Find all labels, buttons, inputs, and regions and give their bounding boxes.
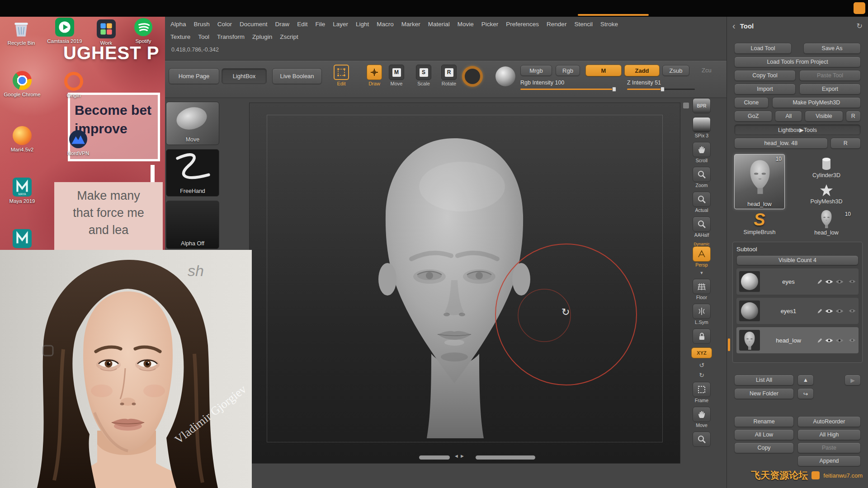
menu-item[interactable]: Document — [240, 21, 268, 28]
rotate-mode-button[interactable]: R Rotate — [439, 65, 459, 86]
paste-tool-button[interactable]: Paste Tool — [799, 70, 861, 81]
shelf-scroll-button[interactable]: Scroll — [693, 142, 711, 163]
menu-item[interactable]: Picker — [481, 21, 499, 28]
tool-thumb-simplebrush[interactable]: S SimpleBrush — [734, 210, 785, 237]
shelf-aahalf-button[interactable]: AAHalf — [693, 216, 711, 238]
desktop-icon-work[interactable]: Work — [90, 19, 122, 46]
panel-back-icon[interactable]: ‹ — [732, 21, 736, 30]
subtool-row-eyes[interactable]: eyes — [736, 268, 859, 295]
draw-mode-button[interactable]: Draw — [364, 65, 384, 86]
menu-item[interactable]: Render — [547, 21, 566, 28]
menu-item[interactable]: Stencil — [574, 21, 593, 28]
viewport-canvas[interactable]: ↻ ◄► — [249, 103, 680, 464]
canvas-scroll-arrows[interactable]: ◄► — [454, 453, 466, 459]
scale-mode-button[interactable]: S Scale — [414, 65, 434, 86]
tool-thumb-cylinder3d[interactable]: Cylinder3D — [791, 155, 862, 180]
material-sphere-swatch[interactable] — [495, 66, 515, 86]
append-button[interactable]: Append — [797, 455, 861, 466]
subtool-row-head-low[interactable]: head_low — [736, 327, 859, 353]
goz-r-button[interactable]: R — [846, 111, 861, 122]
visible-button[interactable]: Visible — [805, 111, 843, 122]
menu-item[interactable]: Macro — [377, 21, 394, 28]
active-tool-slider[interactable]: head_low. 48 — [734, 138, 828, 149]
rgb-intensity-slider[interactable]: Rgb Intensity 100 — [520, 80, 616, 90]
eye-toggle-icon[interactable] — [849, 309, 856, 313]
canvas-scrollbar-left[interactable] — [419, 455, 450, 460]
top-bar-app-icon[interactable] — [854, 2, 865, 14]
current-brush-tile[interactable]: Move — [166, 102, 219, 145]
all-high-button[interactable]: All High — [797, 429, 861, 440]
menu-item[interactable]: Movie — [458, 21, 474, 28]
shelf-move-button[interactable]: Move — [693, 407, 711, 428]
desktop-icon-maya[interactable]: MAYA Maya 2019 — [1, 178, 43, 204]
menu-item[interactable]: Zscript — [280, 33, 298, 40]
menu-item[interactable]: Draw — [275, 21, 290, 28]
move-mode-button[interactable]: M Move — [387, 65, 406, 86]
autoreorder-button[interactable]: AutoReorder — [797, 416, 861, 427]
live-boolean-button[interactable]: Live Boolean — [272, 68, 322, 84]
shelf-rotate-cw-button[interactable]: ↻ — [699, 372, 704, 378]
rename-button[interactable]: Rename — [734, 416, 794, 427]
lightbox-tools-button[interactable]: Lightbox▶Tools — [734, 124, 861, 135]
eye-icon-dim[interactable] — [835, 338, 844, 343]
export-button[interactable]: Export — [799, 84, 861, 94]
menu-item[interactable]: Stroke — [600, 21, 618, 28]
shelf-spix-button[interactable]: SPix 3 — [693, 117, 711, 138]
shelf-expand-arrow[interactable]: ▼ — [700, 271, 704, 275]
home-page-button[interactable]: Home Page — [169, 68, 219, 84]
edit-mode-button[interactable]: Edit — [331, 65, 351, 86]
duplicate-button[interactable]: ▶ — [844, 375, 861, 385]
eye-icon[interactable] — [825, 309, 833, 314]
load-tool-button[interactable]: Load Tool — [734, 43, 792, 54]
menu-item[interactable]: Brush — [194, 21, 210, 28]
active-tool-r-button[interactable]: R — [830, 138, 861, 149]
rgb-intensity-handle[interactable] — [612, 87, 616, 92]
new-folder-button[interactable]: New Folder — [734, 388, 794, 399]
desktop-icon-recycle-bin[interactable]: Recycle Bin — [0, 19, 42, 46]
shelf-persp-button[interactable]: Dynamic Persp — [693, 241, 711, 267]
save-as-button[interactable]: Save As — [803, 43, 861, 54]
shelf-frame-button[interactable]: Frame — [693, 382, 711, 403]
shelf-rotate-ccw-button[interactable]: ↺ — [699, 362, 704, 368]
paint-icon[interactable] — [817, 338, 823, 343]
import-button[interactable]: Import — [734, 84, 796, 94]
menu-item[interactable]: Material — [428, 21, 450, 28]
z-intensity-slider[interactable]: Z Intensity 51 — [627, 80, 695, 90]
subtool-copy-button[interactable]: Copy — [734, 442, 794, 453]
menu-item[interactable]: Light — [356, 21, 369, 28]
rgb-button[interactable]: Rgb — [556, 65, 580, 76]
eye-icon[interactable] — [825, 279, 833, 284]
mrgb-button[interactable]: Mrgb — [520, 65, 552, 76]
move-up-button[interactable]: ▲ — [797, 375, 814, 385]
eye-toggle-icon[interactable] — [849, 279, 856, 284]
subtool-paste-button[interactable]: Paste — [797, 442, 861, 453]
menu-item[interactable]: Alpha — [170, 21, 186, 28]
move-to-folder-button[interactable]: ↪ — [797, 388, 814, 399]
zsub-button[interactable]: Zsub — [662, 65, 689, 76]
list-all-button[interactable]: List All — [734, 375, 794, 385]
tool-thumb-head-low[interactable]: 10 head_low — [734, 154, 785, 209]
z-intensity-track[interactable] — [627, 89, 695, 90]
rgb-intensity-track[interactable] — [520, 89, 616, 90]
shelf-zoom-button[interactable]: Zoom — [693, 167, 711, 188]
tool-thumb-head-low-2[interactable]: 10 head_low — [791, 207, 862, 237]
subtool-row-eyes1[interactable]: eyes1 — [736, 298, 859, 324]
eye-icon-dim[interactable] — [835, 279, 844, 284]
shelf-actual-button[interactable]: Actual — [693, 192, 711, 213]
current-alpha-tile[interactable]: Alpha Off — [166, 201, 219, 249]
visible-count-button[interactable]: Visible Count 4 — [736, 255, 859, 265]
zcut-button[interactable]: Zcu — [702, 67, 712, 74]
desktop-icon-nordvpn[interactable]: NordVPN — [57, 130, 99, 156]
all-button[interactable]: All — [775, 111, 802, 122]
menu-item[interactable]: File — [315, 21, 325, 28]
desktop-icon-mari[interactable]: Mari4.5v2 — [1, 126, 43, 153]
color-ring-swatch[interactable] — [462, 66, 483, 87]
menu-item[interactable]: Layer — [333, 21, 348, 28]
canvas-scrollbar-right[interactable] — [476, 455, 535, 460]
zadd-button[interactable]: Zadd — [624, 65, 660, 76]
menu-item[interactable]: Color — [217, 21, 232, 28]
desktop-icon-partial[interactable] — [1, 229, 43, 249]
menu-item[interactable]: Transform — [217, 33, 245, 40]
desktop-icon-camtasia[interactable]: Camtasia 2019 — [43, 18, 86, 44]
shelf-xyz-button[interactable]: XYZ — [691, 347, 712, 358]
